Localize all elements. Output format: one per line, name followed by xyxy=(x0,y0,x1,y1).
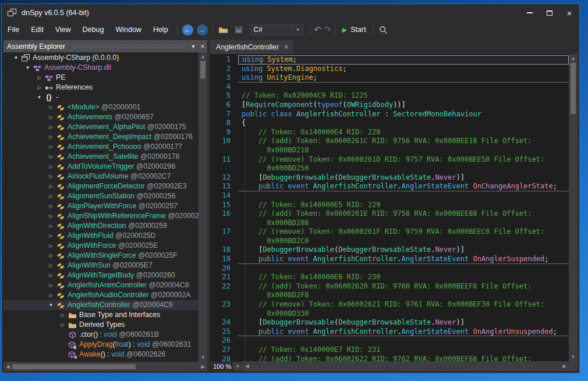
tree-item-pe[interactable]: ▷PE xyxy=(3,73,199,83)
scroll-right-icon[interactable]: ▶ xyxy=(199,362,207,371)
expander-icon[interactable]: ▼ xyxy=(35,92,44,102)
code-line-16[interactable]: 16 // (add) Token: 0x0600261E RID: 9758 … xyxy=(210,209,569,219)
expander-icon[interactable]: ▷ xyxy=(47,201,55,211)
expander-icon[interactable]: ▷ xyxy=(47,122,55,132)
code-line-22[interactable]: 22 // (add) Token: 0x06002620 RID: 9760 … xyxy=(210,282,569,291)
tree-item-item[interactable]: ▼{}- xyxy=(3,92,199,102)
code-line-12[interactable]: 12 [DebuggerBrowsable(DebuggerBrowsableS… xyxy=(210,173,569,183)
tree-item-references[interactable]: ▷References xyxy=(3,83,199,92)
expander-icon[interactable]: ▼ xyxy=(47,300,55,310)
tree-item-alignwithtargetbody[interactable]: ▷AlignWithTargetBody @02000260 xyxy=(3,270,199,280)
expander-icon[interactable]: ▷ xyxy=(47,132,55,142)
editor-horizontal-scrollbar[interactable]: ◀ ▶ xyxy=(243,361,569,371)
scroll-left-icon[interactable]: ◀ xyxy=(243,362,252,371)
tab-close-icon[interactable]: × xyxy=(284,43,288,51)
start-debug-button[interactable]: ▶ Start xyxy=(339,26,370,34)
code-line-7[interactable]: 7public class AnglerfishController : Sec… xyxy=(210,110,569,119)
search-button[interactable] xyxy=(377,24,390,35)
expander-icon[interactable]: ▷ xyxy=(35,73,44,83)
maximize-button[interactable] xyxy=(540,6,559,20)
tree-hscrollbar-thumb[interactable] xyxy=(12,364,136,369)
expander-icon[interactable]: ▷ xyxy=(47,102,55,112)
code-line-20[interactable]: 20 xyxy=(210,264,569,273)
tree-item-awake[interactable]: ★Awake() : void @06002626 xyxy=(3,350,199,359)
tree-item-alignwithforce[interactable]: ▷AlignWithForce @0200025E xyxy=(3,241,199,251)
menu-help[interactable]: Help xyxy=(147,23,174,37)
code-line-17[interactable]: 17 // (remove) Token: 0x0600261F RID: 97… xyxy=(210,227,569,237)
tree-horizontal-scrollbar[interactable]: ◀ ▶ xyxy=(3,362,207,371)
code-line-11[interactable]: 11 // (remove) Token: 0x0600261D RID: 97… xyxy=(210,155,569,165)
tree-item-achievement-pchoooo[interactable]: ▷Achievement_Pchoooo @02000177 xyxy=(3,142,199,152)
tree-item-alignplayerwithforce[interactable]: ▷AlignPlayerWithForce @02000257 xyxy=(3,201,199,211)
code-line-wrap[interactable]: 0x000BD218 xyxy=(210,146,569,155)
tree-item-airlockfluidvolume[interactable]: ▷AirlockFluidVolume @020002C7 xyxy=(3,172,199,181)
code-line-15[interactable]: 15 // Token: 0x140000E5 RID: 229 xyxy=(210,201,569,210)
expander-icon[interactable]: ▷ xyxy=(35,83,44,92)
expander-icon[interactable]: ▷ xyxy=(47,231,55,241)
tree-item-alignwithsun[interactable]: ▷AlignWithSun @020005E7 xyxy=(3,261,199,270)
tree-item-ctor[interactable]: .ctor() : void @0600261B xyxy=(3,330,199,340)
tree-item-anglerfishaudiocontroller[interactable]: ▷AnglerfishAudioController @0200002A xyxy=(3,290,199,300)
code-line-23[interactable]: 23 // (remove) Token: 0x06002621 RID: 97… xyxy=(210,300,569,309)
tree-vertical-scrollbar[interactable]: ▲ ▼ xyxy=(199,52,207,362)
expander-icon[interactable]: ▷ xyxy=(47,270,55,280)
language-select[interactable]: C# ▼ xyxy=(250,24,303,35)
code-line-26[interactable]: 26 xyxy=(210,336,569,346)
scroll-up-icon[interactable]: ▲ xyxy=(199,52,207,61)
tree-item-alignmentsunstation[interactable]: ▷AlignmentSunStation @02000256 xyxy=(3,191,199,201)
code-line-21[interactable]: 21 // Token: 0x140000E6 RID: 230 xyxy=(210,273,569,282)
code-line-wrap[interactable]: 0x000BD2F8 xyxy=(210,291,569,300)
tree-item-alignshipwithreferenceframe[interactable]: ▷AlignShipWithReferenceFrame @02000258 xyxy=(3,211,199,221)
expander-icon[interactable]: ▷ xyxy=(47,152,55,162)
tab-anglerfishcontroller[interactable]: AnglerfishController × xyxy=(210,40,293,54)
expander-icon[interactable]: ▷ xyxy=(47,290,55,300)
expander-icon[interactable]: ▷ xyxy=(47,162,55,172)
code-line-2[interactable]: 2using System.Diagnostics; xyxy=(210,65,569,74)
minimize-button[interactable] xyxy=(520,6,540,20)
expander-icon[interactable]: ▷ xyxy=(47,280,55,290)
menu-debug[interactable]: Debug xyxy=(77,23,110,37)
code-line-18[interactable]: 18 [DebuggerBrowsable(DebuggerBrowsableS… xyxy=(210,245,569,255)
panel-close-button[interactable]: × xyxy=(198,42,207,51)
code-line-28[interactable]: 28 // (add) Token: 0x06002622 RID: 9762 … xyxy=(210,355,569,361)
expander-icon[interactable]: ▷ xyxy=(47,142,55,152)
editor-scrollbar-thumb[interactable] xyxy=(571,63,576,114)
tree-item-achievement-alphapilot[interactable]: ▷Achievement_AlphaPilot @02000175 xyxy=(3,122,199,132)
code-line-27[interactable]: 27 // Token: 0x140000E7 RID: 231 xyxy=(210,346,569,355)
open-file-button[interactable] xyxy=(217,24,230,35)
tree-item-assembly-csharp-dll[interactable]: ▼Assembly-CSharp.dll xyxy=(3,63,199,73)
tree-item-alignmentforcedetector[interactable]: ▷AlignmentForceDetector @020002E3 xyxy=(3,181,199,191)
code-line-wrap[interactable]: 0x000BD2C0 xyxy=(210,237,569,246)
tree-item-assembly-csharp-0-0-0-0[interactable]: ▼Assembly-CSharp (0.0.0.0) xyxy=(3,53,199,63)
expander-icon[interactable]: ▷ xyxy=(47,181,55,191)
code-line-8[interactable]: 8{ xyxy=(210,119,569,128)
code-line-wrap[interactable]: 0x000BD330 xyxy=(210,309,569,319)
navigate-back-button[interactable]: ← xyxy=(182,24,193,35)
expander-icon[interactable]: ▷ xyxy=(47,172,55,181)
tree-item-alignwithdirection[interactable]: ▷AlignWithDirection @02000259 xyxy=(3,221,199,231)
menu-file[interactable]: File xyxy=(2,23,25,37)
tree-item-anglerfishcontroller[interactable]: ▼AnglerfishController @020004C9 xyxy=(3,300,199,310)
undo-button[interactable]: ↶ xyxy=(314,24,322,35)
assembly-explorer-header[interactable]: Assembly Explorer ▼ × xyxy=(3,40,207,52)
tree-item-alignwithsingleforce[interactable]: ▷AlignWithSingleForce @0200025F xyxy=(3,251,199,261)
navigate-forward-button[interactable]: → xyxy=(197,24,208,35)
menu-window[interactable]: Window xyxy=(109,23,147,37)
scroll-right-icon[interactable]: ▶ xyxy=(560,362,569,371)
code-line-24[interactable]: 24 [DebuggerBrowsable(DebuggerBrowsableS… xyxy=(210,318,569,327)
tree-item-base-type-and-interfaces[interactable]: ▷Base Type and Interfaces xyxy=(3,310,199,320)
code-line-1[interactable]: 1using System; xyxy=(210,55,569,65)
expander-icon[interactable]: ▼ xyxy=(12,53,20,63)
expander-icon[interactable]: ▷ xyxy=(58,310,67,320)
expander-icon[interactable]: ▷ xyxy=(47,251,55,261)
title-bar[interactable]: dnSpy v6.0.5 (64-bit) × xyxy=(2,4,579,22)
tree-item-achievement-deepimpact[interactable]: ▷Achievement_DeepImpact @02000176 xyxy=(3,132,199,142)
expander-icon[interactable]: ▷ xyxy=(47,211,55,221)
expander-icon[interactable]: ▷ xyxy=(47,241,55,251)
scroll-up-icon[interactable]: ▲ xyxy=(569,54,578,63)
tree-item-alignwithfluid[interactable]: ▷AlignWithFluid @0200025D xyxy=(3,231,199,241)
code-line-10[interactable]: 10 // (add) Token: 0x0600261C RID: 9756 … xyxy=(210,137,569,146)
redo-button[interactable]: ↷ xyxy=(324,24,331,35)
save-button[interactable] xyxy=(232,24,245,35)
tree-item-addtovolumetrigger[interactable]: ▷AddToVolumeTrigger @02000296 xyxy=(3,162,199,172)
